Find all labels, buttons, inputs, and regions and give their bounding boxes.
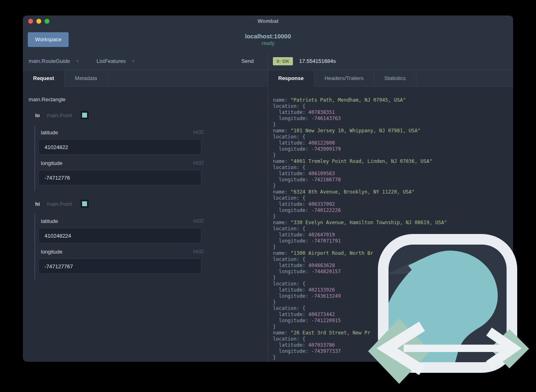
titlebar: Wombat [23, 16, 513, 27]
message-type-label: main.Rectangle [29, 96, 268, 102]
hi-longitude-input[interactable] [38, 258, 201, 274]
field-label-row: longitude int32 [41, 249, 204, 255]
response-token: latitude: [273, 140, 308, 146]
response-token: name: [273, 330, 290, 336]
hi-checkbox[interactable] [80, 200, 89, 208]
response-token: } [273, 324, 276, 330]
response-token: location: { [273, 134, 305, 140]
response-token: location: { [273, 281, 305, 287]
response-token: longitude: [273, 116, 311, 121]
request-toolbar: main.RouteGuide ▾ ListFeatures ▾ Send [23, 52, 268, 70]
status-badge: 0: OK [273, 57, 293, 65]
field-name: hi [35, 201, 40, 207]
lo-latitude-input[interactable] [38, 139, 201, 155]
field-label-row: latitude int32 [41, 218, 204, 224]
method-select[interactable]: ListFeatures ▾ [96, 58, 134, 64]
response-token: } [273, 122, 276, 127]
lo-checkbox[interactable] [80, 111, 89, 119]
app-window: Wombat Workspace localhost:10000 ready m… [23, 16, 513, 362]
response-token: name: [273, 189, 290, 195]
response-token: -743999179 [311, 146, 341, 152]
response-token: location: { [273, 226, 305, 232]
chevron-down-icon: ▾ [76, 59, 78, 63]
tab-statistics[interactable]: Statistics [374, 70, 416, 87]
response-token: "1300 Airport Road, North Br [290, 250, 373, 256]
lo-group: latitude int32 longitude int32 [34, 126, 268, 191]
window-controls [28, 16, 49, 27]
response-token: -740122226 [311, 207, 341, 213]
response-token: } [273, 275, 276, 281]
response-token: -743977337 [311, 348, 341, 354]
hi-latitude-input[interactable] [38, 228, 201, 243]
response-token: 400273442 [308, 312, 335, 317]
response-token: name: [273, 250, 290, 256]
latitude-label: latitude [41, 129, 58, 136]
tab-response[interactable]: Response [268, 70, 314, 87]
workspace-button[interactable]: Workspace [28, 32, 69, 47]
tab-request[interactable]: Request [23, 70, 65, 87]
response-token: -744820157 [311, 269, 341, 274]
response-token: 408122808 [308, 140, 335, 146]
response-token: name: [273, 158, 290, 164]
method-select-value: ListFeatures [96, 58, 126, 64]
response-token: "Patriots Path, Mendham, NJ 07945, USA" [290, 97, 406, 103]
field-type: main.Point [47, 112, 72, 118]
response-token: location: { [273, 103, 305, 109]
server-info: localhost:10000 ready [23, 33, 513, 46]
response-token: } [273, 299, 276, 305]
response-token: -747071791 [311, 238, 341, 244]
response-token: "4001 Tremley Point Road, Linden, NJ 070… [290, 158, 432, 164]
lo-longitude-input[interactable] [38, 170, 201, 185]
server-address: localhost:10000 [23, 33, 513, 40]
response-token: "330 Evelyn Avenue, Hamilton Township, N… [290, 220, 447, 225]
response-token: 406337092 [308, 201, 335, 207]
field-row-hi: hi main.Point [35, 200, 268, 208]
response-token: location: { [273, 305, 305, 311]
response-token: } [273, 183, 276, 189]
response-token: 402133926 [308, 287, 335, 293]
horizontal-scrollbar-thumb[interactable] [393, 359, 405, 361]
send-button[interactable]: Send [241, 58, 254, 64]
response-token: name: [273, 220, 290, 225]
response-panel: 0: OK 17.554151684s Response Headers/Tra… [268, 52, 513, 362]
tab-headers-trailers[interactable]: Headers/Trailers [314, 70, 374, 87]
response-token: longitude: [273, 207, 311, 213]
type-badge: int32 [193, 129, 204, 136]
response-token: latitude: [273, 171, 308, 176]
zoom-button[interactable] [45, 19, 49, 24]
tab-metadata[interactable]: Metadata [65, 70, 107, 87]
response-token: longitude: [273, 293, 311, 299]
latitude-label: latitude [41, 218, 58, 224]
response-body: name: "Patriots Path, Mendham, NJ 07945,… [268, 87, 513, 362]
response-token: 407838351 [308, 109, 335, 115]
type-badge: int32 [193, 160, 204, 166]
response-token: latitude: [273, 232, 308, 238]
service-select-value: main.RouteGuide [29, 58, 70, 64]
response-token: } [273, 244, 276, 250]
app-header: Workspace localhost:10000 ready [23, 27, 513, 52]
field-label-row: latitude int32 [41, 129, 204, 136]
minimize-button[interactable] [36, 19, 41, 24]
response-token: } [273, 354, 276, 360]
response-token: latitude: [273, 109, 308, 115]
tabs-filler [416, 70, 513, 87]
response-token: 407033786 [308, 342, 335, 348]
longitude-label: longitude [41, 160, 63, 166]
response-token: latitude: [273, 287, 308, 293]
checkbox-mark [82, 113, 87, 118]
response-token: latitude: [273, 342, 308, 348]
close-button[interactable] [28, 19, 33, 24]
service-select[interactable]: main.RouteGuide ▾ [29, 58, 78, 64]
response-token: longitude: [273, 318, 311, 323]
field-row-lo: lo main.Point [35, 111, 268, 119]
response-token: 406109563 [308, 171, 335, 176]
response-tabs: Response Headers/Trailers Statistics [268, 70, 513, 87]
response-token: "101 New Jersey 10, Whippany, NJ 07981, … [290, 128, 420, 134]
result-bar: 0: OK 17.554151684s [268, 52, 513, 70]
request-tabs: Request Metadata [23, 70, 268, 87]
response-token: latitude: [273, 201, 308, 207]
response-token: location: { [273, 336, 305, 342]
longitude-label: longitude [41, 249, 63, 255]
response-token: latitude: [273, 263, 308, 268]
chevron-down-icon: ▾ [132, 59, 134, 63]
